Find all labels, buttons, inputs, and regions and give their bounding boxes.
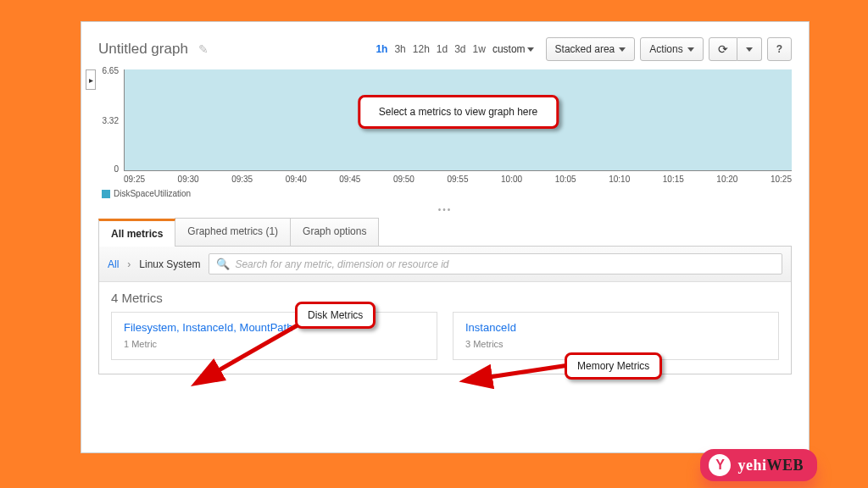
refresh-button[interactable]: ⟳ [709,37,737,61]
edit-title-icon[interactable]: ✎ [198,42,209,56]
range-custom[interactable]: custom [492,43,534,55]
x-tick: 10:10 [609,175,630,184]
breadcrumb-separator-icon: › [127,258,131,270]
x-tick: 09:30 [178,175,199,184]
x-tick: 10:15 [663,175,684,184]
chart-type-dropdown[interactable]: Stacked area [546,37,636,61]
dimension-card-title: Filesystem, InstanceId, MountPath [124,321,425,334]
graph-title: Untitled graph [98,41,188,58]
dimension-card-title: InstanceId [465,321,766,334]
tab-all-metrics[interactable]: All metrics [98,219,175,247]
range-1h[interactable]: 1h [376,43,387,55]
legend-swatch [102,190,110,198]
chart-legend: DiskSpaceUtilization [98,189,792,198]
breadcrumb-root[interactable]: All [108,258,119,270]
refresh-interval-dropdown[interactable] [737,37,762,61]
metric-search[interactable]: 🔍 [209,253,782,274]
expand-chart-toggle[interactable]: ▸ [86,69,96,90]
x-tick: 09:45 [339,175,360,184]
range-12h[interactable]: 12h [413,43,430,55]
help-icon: ? [776,43,782,55]
range-1d[interactable]: 1d [437,43,448,55]
tab-graph-options[interactable]: Graph options [290,218,379,246]
y-tick: 0 [114,164,119,174]
metric-search-input[interactable] [235,258,775,270]
caret-down-icon [619,47,626,52]
watermark-logo-icon: Y [709,454,731,476]
disk-metrics-callout: Disk Metrics [295,302,376,329]
range-3d[interactable]: 3d [454,43,465,55]
dimension-card-sub: 1 Metric [124,339,425,349]
actions-label: Actions [649,43,682,55]
x-tick: 09:55 [447,175,468,184]
metrics-tabs: All metrics Graphed metrics (1) Graph op… [98,218,792,247]
x-tick: 10:00 [501,175,522,184]
chart-placeholder-callout: Select a metrics to view graph here [358,95,559,129]
caret-down-icon [527,47,534,52]
x-tick: 10:25 [771,175,792,184]
help-button[interactable]: ? [767,37,792,61]
memory-metrics-callout: Memory Metrics [565,352,662,380]
breadcrumb-namespace: Linux System [139,258,200,270]
chart-x-axis: 09:25 09:30 09:35 09:40 09:45 09:50 09:5… [98,175,792,184]
resize-grip[interactable]: ••• [98,205,792,214]
dimension-card-filesystem[interactable]: Filesystem, InstanceId, MountPath 1 Metr… [111,312,437,360]
chart-y-axis: 6.65 3.32 0 [98,69,122,171]
y-tick: 6.65 [103,66,119,75]
range-1w[interactable]: 1w [473,43,486,55]
refresh-icon: ⟳ [718,42,728,56]
search-icon: 🔍 [216,258,230,270]
chart-area[interactable]: Select a metrics to view graph here [124,69,792,171]
x-tick: 09:35 [231,175,253,184]
x-tick: 09:50 [393,175,415,184]
caret-down-icon [746,47,753,52]
legend-label: DiskSpaceUtilization [114,189,191,198]
range-3h[interactable]: 3h [394,43,405,55]
watermark-text-1: yehi [737,457,766,474]
x-tick: 09:25 [124,175,145,184]
x-tick: 10:05 [555,175,576,184]
actions-dropdown[interactable]: Actions [640,37,703,61]
tab-content: All › Linux System 🔍 4 Metrics Filesyste… [98,247,792,374]
caret-down-icon [687,47,694,52]
x-tick: 09:40 [286,175,307,184]
chart-type-label: Stacked area [555,43,615,55]
dimension-card-sub: 3 Metrics [465,339,766,349]
time-range-group: 1h 3h 12h 1d 3d 1w custom [376,43,533,55]
tab-graphed-metrics[interactable]: Graphed metrics (1) [175,218,291,246]
x-tick: 10:20 [716,175,737,184]
watermark-text-2: WEB [766,457,804,474]
y-tick: 3.32 [103,116,119,125]
range-custom-label: custom [492,43,526,55]
metrics-heading: 4 Metrics [111,291,779,305]
watermark-badge: Y yehiWEB [700,449,817,481]
